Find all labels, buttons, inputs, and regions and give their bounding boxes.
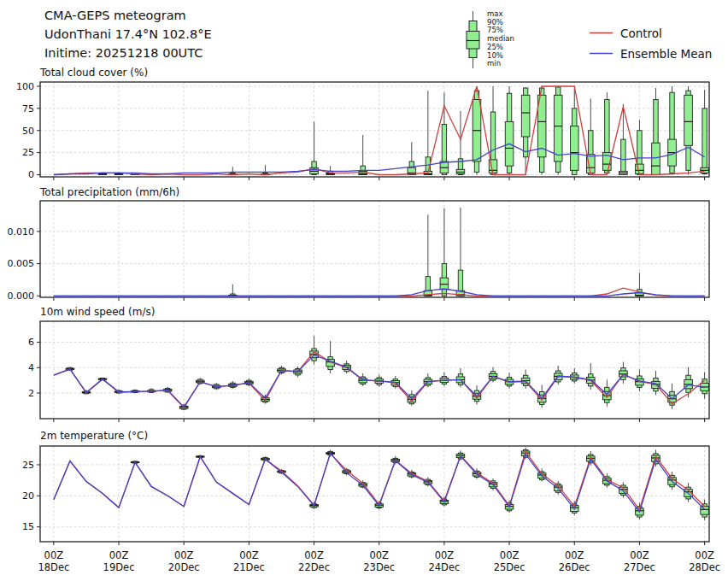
y-tick-label: 4 bbox=[28, 362, 34, 373]
init-time: Initime: 20251218 00UTC bbox=[44, 44, 212, 62]
x-tick-date-label: 19Dec bbox=[103, 561, 135, 573]
x-tick-hour-label: 00Z bbox=[565, 549, 584, 561]
figure-header: CMA-GEPS meteogram UdonThani 17.4°N 102.… bbox=[44, 6, 212, 62]
x-tick-date-label: 28Dec bbox=[689, 561, 720, 573]
legend-label-p90: 90% bbox=[487, 18, 503, 26]
x-tick-hour-label: 00Z bbox=[500, 549, 520, 561]
legend-label-median: median bbox=[487, 34, 514, 43]
x-tick-hour-label: 00Z bbox=[44, 549, 64, 561]
x-tick-hour-label: 00Z bbox=[435, 549, 455, 561]
y-tick-label: 0.005 bbox=[8, 258, 35, 269]
legend-label-control: Control bbox=[620, 26, 662, 40]
y-tick-label: 75 bbox=[22, 103, 34, 114]
panel-title-temp: 2m temperature (°C) bbox=[40, 430, 148, 442]
y-tick-label: 100 bbox=[16, 81, 34, 92]
y-tick-label: 50 bbox=[22, 126, 34, 137]
y-tick-label: 0 bbox=[28, 169, 34, 180]
x-tick-hour-label: 00Z bbox=[109, 549, 129, 561]
y-tick-label: 15 bbox=[22, 521, 34, 532]
meteogram-figure: 02550751000.0000.0050.01024615202500Z18D… bbox=[0, 0, 728, 581]
panel-1: 0.0000.0050.010 bbox=[8, 201, 710, 302]
x-tick-hour-label: 00Z bbox=[630, 549, 649, 561]
panel-title-cloud: Total cloud cover (%) bbox=[40, 67, 148, 79]
panel-title-precip: Total precipitation (mm/6h) bbox=[40, 186, 179, 198]
y-tick-label: 0.000 bbox=[8, 290, 35, 302]
panel-0: 0255075100 bbox=[16, 81, 709, 181]
x-tick-hour-label: 00Z bbox=[304, 549, 324, 561]
panel-title-wind: 10m wind speed (m/s) bbox=[40, 306, 155, 318]
legend-label-p10: 10% bbox=[487, 51, 503, 60]
x-tick-date-label: 26Dec bbox=[559, 561, 590, 573]
x-tick-date-label: 23Dec bbox=[363, 561, 395, 573]
y-tick-label: 20 bbox=[22, 490, 34, 502]
legend-label-p25: 25% bbox=[487, 43, 503, 51]
x-tick-date-label: 21Dec bbox=[233, 561, 265, 573]
legend-label-min: min bbox=[487, 59, 501, 67]
y-tick-label: 25 bbox=[22, 147, 34, 158]
y-tick-label: 2 bbox=[28, 388, 34, 399]
meteogram-canvas: 02550751000.0000.0050.01024615202500Z18D… bbox=[0, 0, 728, 581]
x-tick-hour-label: 00Z bbox=[174, 549, 194, 561]
x-tick-hour-label: 00Z bbox=[369, 549, 389, 561]
x-tick-hour-label: 00Z bbox=[239, 549, 259, 561]
x-tick-date-label: 18Dec bbox=[38, 561, 69, 573]
box-plot bbox=[554, 86, 562, 175]
x-tick-date-label: 25Dec bbox=[494, 561, 525, 573]
station-coordinates: UdonThani 17.4°N 102.8°E bbox=[44, 25, 212, 44]
x-tick-hour-label: 00Z bbox=[695, 549, 714, 561]
legend-label-p75: 75% bbox=[487, 26, 503, 34]
legend-label-ensemble: Ensemble Mean bbox=[620, 47, 712, 61]
y-tick-label: 6 bbox=[28, 337, 34, 348]
x-tick-date-label: 20Dec bbox=[168, 561, 200, 573]
y-tick-label: 0.010 bbox=[8, 226, 35, 238]
x-tick-date-label: 27Dec bbox=[624, 561, 655, 573]
legend-label-max: max bbox=[487, 9, 503, 18]
panel-3: 152025 bbox=[22, 446, 709, 545]
x-tick-date-label: 24Dec bbox=[428, 561, 460, 573]
panel-2: 246 bbox=[28, 321, 709, 422]
legend-boxplot-glyph bbox=[467, 11, 479, 68]
y-tick-label: 25 bbox=[22, 460, 34, 471]
x-tick-date-label: 22Dec bbox=[298, 561, 330, 573]
figure-title: CMA-GEPS meteogram bbox=[44, 6, 212, 25]
